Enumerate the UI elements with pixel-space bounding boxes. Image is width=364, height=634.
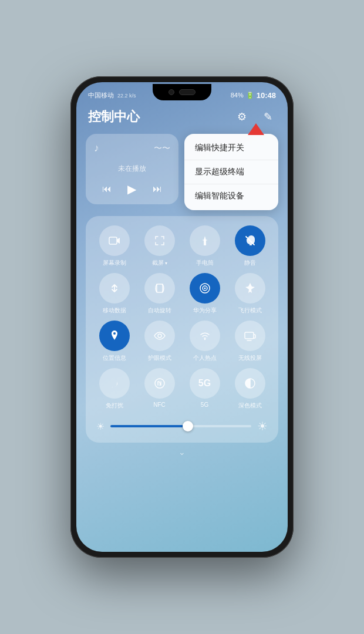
- location-circle: [99, 321, 130, 351]
- brightness-fill: [110, 425, 188, 427]
- brightness-thumb[interactable]: [183, 421, 193, 431]
- 5g-text: 5G: [198, 378, 211, 389]
- cc-header-icons: ⚙ ✎: [234, 109, 276, 125]
- silent-circle: [235, 225, 265, 256]
- toggle-silent[interactable]: 静音: [230, 225, 270, 267]
- music-icon: ♪: [94, 142, 99, 154]
- camera-dot: [168, 89, 174, 95]
- hotspot-label: 个人热点: [193, 354, 217, 362]
- media-status: 未在播放: [94, 164, 170, 174]
- 5g-label: 5G: [201, 402, 208, 408]
- location-label: 位置信息: [103, 354, 126, 362]
- toggle-dnd[interactable]: 免打扰: [94, 368, 134, 410]
- dnd-label: 免打扰: [106, 402, 123, 410]
- next-button[interactable]: ⏭: [153, 184, 162, 194]
- flashlight-label: 手电筒: [196, 259, 214, 267]
- battery-percent: 84%: [231, 92, 244, 99]
- silent-label: 静音: [244, 259, 256, 267]
- signal-speed: 22.2 k/s: [117, 93, 136, 99]
- hotspot-circle: [190, 321, 220, 351]
- status-right: 84% 🔋 10:48: [231, 91, 276, 100]
- media-controls: ⏮ ▶ ⏭: [94, 182, 170, 196]
- auto-rotate-circle: [144, 273, 175, 303]
- quick-grid: 屏幕录制 截屏▾ 手电筒: [94, 225, 270, 410]
- camera-notch-area: [153, 90, 211, 100]
- control-center: 控制中心 ⚙ ✎ ♪ 〜〜 未在播放 ⏮ ▶: [76, 108, 288, 552]
- toggle-mobile-data[interactable]: 移动数据: [94, 273, 134, 315]
- camera-notch: [153, 84, 211, 100]
- cc-top-row: ♪ 〜〜 未在播放 ⏮ ▶ ⏭ 编辑快捷开关 显示超级终端 编辑智能设备: [86, 134, 278, 210]
- svg-point-7: [113, 332, 116, 335]
- carrier-label: 中国移动: [88, 92, 114, 99]
- play-button[interactable]: ▶: [127, 182, 136, 196]
- prev-button[interactable]: ⏮: [102, 184, 112, 194]
- mobile-data-circle: [99, 273, 130, 303]
- toggle-screen-record[interactable]: 屏幕录制: [94, 225, 134, 267]
- quick-grid-card: 屏幕录制 截屏▾ 手电筒: [86, 216, 278, 443]
- toggle-screen-cast[interactable]: 无线投屏: [230, 321, 270, 362]
- media-card[interactable]: ♪ 〜〜 未在播放 ⏮ ▶ ⏭: [86, 134, 178, 204]
- dropdown-item-edit-shortcuts[interactable]: 编辑快捷开关: [184, 136, 278, 160]
- time-display: 10:48: [257, 91, 276, 100]
- dropdown-item-edit-devices[interactable]: 编辑智能设备: [184, 184, 278, 208]
- svg-rect-10: [245, 332, 254, 339]
- toggle-airplane[interactable]: 飞行模式: [230, 273, 270, 315]
- dropdown-item-super-terminal[interactable]: 显示超级终端: [184, 160, 278, 184]
- camera-wide-lens: [179, 89, 196, 95]
- toggle-dark-mode[interactable]: 深色模式: [230, 368, 270, 410]
- dark-mode-label: 深色模式: [238, 402, 262, 410]
- dropdown-menu: 编辑快捷开关 显示超级终端 编辑智能设备: [184, 134, 278, 210]
- airplane-label: 飞行模式: [238, 306, 262, 315]
- toggle-flashlight[interactable]: 手电筒: [184, 225, 225, 267]
- 5g-circle: 5G: [190, 368, 220, 399]
- flashlight-circle: [190, 225, 220, 256]
- scroll-chevron: ⌄: [178, 447, 186, 457]
- scroll-indicator: ⌄: [86, 443, 278, 457]
- toggle-location[interactable]: 位置信息: [94, 321, 134, 362]
- screen-record-label: 屏幕录制: [103, 259, 126, 267]
- toggle-auto-rotate[interactable]: 自动旋转: [139, 273, 180, 315]
- edit-button[interactable]: ✎: [259, 109, 276, 125]
- brightness-max-icon: ☀: [257, 419, 268, 433]
- auto-rotate-label: 自动旋转: [148, 306, 171, 315]
- toggle-nfc[interactable]: NFC: [139, 368, 180, 410]
- screenshot-label: 截屏▾: [152, 259, 167, 267]
- svg-point-8: [158, 334, 161, 338]
- battery-icon: 🔋: [246, 92, 254, 99]
- screen-cast-circle: [235, 321, 265, 351]
- huawei-share-label: 华为分享: [193, 306, 217, 315]
- screen-record-circle: [99, 225, 130, 256]
- phone-screen: 中国移动 22.2 k/s 84% 🔋 10:48 控制中心 ⚙: [76, 82, 288, 552]
- eye-care-label: 护眼模式: [148, 354, 171, 362]
- phone-frame: 中国移动 22.2 k/s 84% 🔋 10:48 控制中心 ⚙: [70, 76, 294, 558]
- toggle-hotspot[interactable]: 个人热点: [184, 321, 225, 362]
- dnd-circle: [99, 368, 130, 399]
- huawei-share-circle: [190, 273, 220, 303]
- screenshot-circle: [144, 225, 175, 256]
- brightness-track[interactable]: [110, 425, 251, 427]
- airplane-circle: [235, 273, 265, 303]
- mobile-data-label: 移动数据: [103, 306, 126, 315]
- svg-point-6: [204, 288, 205, 289]
- screen-cast-label: 无线投屏: [238, 354, 262, 362]
- settings-button[interactable]: ⚙: [234, 109, 250, 125]
- toggle-huawei-share[interactable]: 华为分享: [184, 273, 225, 315]
- wave-icon: 〜〜: [154, 143, 170, 154]
- toggle-5g[interactable]: 5G 5G: [184, 368, 225, 410]
- nfc-label: NFC: [153, 402, 166, 408]
- media-card-top: ♪ 〜〜: [94, 142, 170, 154]
- dropdown-arrow: [248, 123, 264, 135]
- carrier-info: 中国移动 22.2 k/s: [88, 91, 136, 100]
- eye-care-circle: [144, 321, 175, 351]
- svg-point-9: [204, 339, 205, 340]
- svg-rect-3: [157, 284, 163, 292]
- cc-title: 控制中心: [88, 108, 140, 126]
- status-bar: 中国移动 22.2 k/s 84% 🔋 10:48: [76, 82, 288, 108]
- toggle-eye-care[interactable]: 护眼模式: [139, 321, 180, 362]
- brightness-row: ☀ ☀: [94, 410, 270, 433]
- dark-mode-circle: [235, 368, 265, 399]
- svg-rect-0: [109, 237, 117, 244]
- toggle-screenshot[interactable]: 截屏▾: [139, 225, 180, 267]
- nfc-circle: [144, 368, 175, 399]
- brightness-min-icon: ☀: [96, 421, 105, 432]
